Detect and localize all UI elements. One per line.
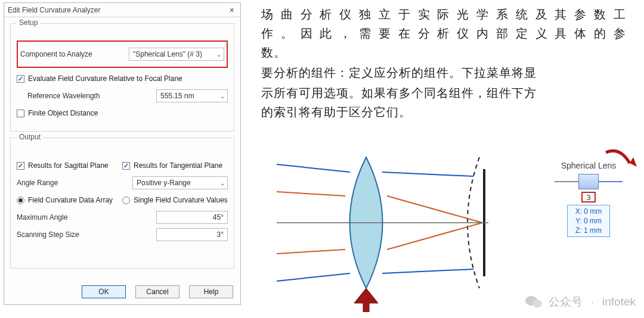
tangential-label: Results for Tangential Plane xyxy=(134,161,222,170)
svg-line-4 xyxy=(382,269,473,273)
sagittal-checkbox[interactable] xyxy=(17,162,24,170)
output-heading: Output xyxy=(17,133,43,141)
node-coords: X: 0 mm Y: 0 mm Z: 1 mm xyxy=(567,205,610,237)
component-select[interactable]: "Spherical Lens" (# 3) ⌄ xyxy=(129,48,224,61)
para2-line3: 的索引将有助于区分它们。 xyxy=(261,102,638,121)
component-label: Component to Analyze xyxy=(20,50,129,58)
finite-distance-checkbox[interactable] xyxy=(17,110,24,117)
node-block: Spherical Lens 3 X: 0 mm Y: 0 mm Z: 1 mm xyxy=(544,161,633,262)
para1-line3: 数。 xyxy=(261,43,638,62)
step-size-value: 3° xyxy=(217,230,224,239)
svg-line-1 xyxy=(277,164,350,172)
svg-line-2 xyxy=(382,172,473,176)
angle-range-value: Positive y-Range xyxy=(137,179,191,187)
node-index: 3 xyxy=(581,192,596,202)
description-text: 场曲分析仪独立于实际光学系统及其参数工 作。因此，需要在分析仪内部定义具体的参 … xyxy=(261,5,638,121)
tangential-checkbox[interactable] xyxy=(122,162,130,170)
watermark-name: infotek xyxy=(602,295,636,308)
step-size-label: Scanning Step Size xyxy=(17,230,156,239)
dialog-window: Edit Field Curvature Analyzer × Setup Co… xyxy=(4,2,241,305)
wire-left-icon xyxy=(555,181,578,182)
cancel-button[interactable]: Cancel xyxy=(135,285,179,298)
svg-line-7 xyxy=(277,250,345,254)
single-values-radio[interactable] xyxy=(122,197,130,204)
svg-line-3 xyxy=(277,273,350,281)
dialog-title: Edit Field Curvature Analyzer xyxy=(8,3,100,17)
max-angle-label: Maximum Angle xyxy=(17,213,156,222)
svg-point-13 xyxy=(532,300,542,308)
svg-marker-10 xyxy=(354,288,378,312)
data-array-label: Field Curvature Data Array xyxy=(28,196,113,204)
eval-focal-plane-checkbox[interactable] xyxy=(17,75,24,83)
coord-x: X: 0 mm xyxy=(568,207,609,216)
coord-z: Z: 1 mm xyxy=(568,226,609,235)
coord-y: Y: 0 mm xyxy=(568,216,609,226)
para1-line2: 作。因此，需要在分析仪内部定义具体的参 xyxy=(261,24,626,43)
watermark-label: 公众号 xyxy=(549,294,583,310)
lens-node-icon[interactable] xyxy=(578,174,599,189)
output-group: Output Results for Sagittal Plane Result… xyxy=(10,138,234,269)
para2-line2: 示所有可用选项。如果有多个同名组件，组件下方 xyxy=(261,83,626,102)
component-value: "Spherical Lens" (# 3) xyxy=(133,50,202,58)
setup-heading: Setup xyxy=(17,18,40,27)
up-arrow-icon xyxy=(354,288,378,312)
watermark: 公众号 · infotek xyxy=(525,294,636,310)
wire-right-icon xyxy=(599,181,623,182)
svg-line-6 xyxy=(387,196,482,223)
help-button[interactable]: Help xyxy=(189,285,233,298)
close-icon[interactable]: × xyxy=(227,3,237,17)
lens-diagram xyxy=(277,139,515,312)
node-row xyxy=(544,174,633,189)
wechat-icon xyxy=(525,294,543,310)
data-array-radio[interactable] xyxy=(17,197,24,204)
angle-range-label: Angle Range xyxy=(17,179,132,187)
ref-wavelength-label: Reference Wavelength xyxy=(17,92,156,100)
finite-distance-label: Finite Object Distance xyxy=(28,109,98,117)
max-angle-input[interactable]: 45° xyxy=(156,211,228,224)
node-title: Spherical Lens xyxy=(544,161,633,170)
svg-line-5 xyxy=(277,192,345,196)
ref-wavelength-select[interactable]: 555.15 nm ⌄ xyxy=(156,89,228,102)
sagittal-label: Results for Sagittal Plane xyxy=(28,161,109,170)
ok-button[interactable]: OK xyxy=(82,285,126,298)
setup-group: Setup Component to Analyze "Spherical Le… xyxy=(10,23,234,132)
watermark-sep: · xyxy=(591,295,594,308)
single-values-label: Single Field Curvature Values xyxy=(134,196,228,204)
chevron-down-icon: ⌄ xyxy=(220,93,225,99)
chevron-down-icon: ⌄ xyxy=(220,180,225,186)
para1-line1: 场曲分析仪独立于实际光学系统及其参数工 xyxy=(261,5,626,24)
para2-line1: 要分析的组件：定义应分析的组件。下拉菜单将显 xyxy=(261,63,626,82)
step-size-input[interactable]: 3° xyxy=(156,228,228,241)
dialog-titlebar: Edit Field Curvature Analyzer × xyxy=(4,3,240,17)
eval-focal-plane-label: Evaluate Field Curvature Relative to Foc… xyxy=(28,74,182,83)
component-to-analyze-highlight: Component to Analyze "Spherical Lens" (#… xyxy=(17,40,228,68)
chevron-down-icon: ⌄ xyxy=(216,51,221,58)
max-angle-value: 45° xyxy=(213,213,224,222)
angle-range-select[interactable]: Positive y-Range ⌄ xyxy=(132,176,228,189)
dialog-buttons: OK Cancel Help xyxy=(82,285,233,298)
ref-wavelength-value: 555.15 nm xyxy=(160,92,194,100)
